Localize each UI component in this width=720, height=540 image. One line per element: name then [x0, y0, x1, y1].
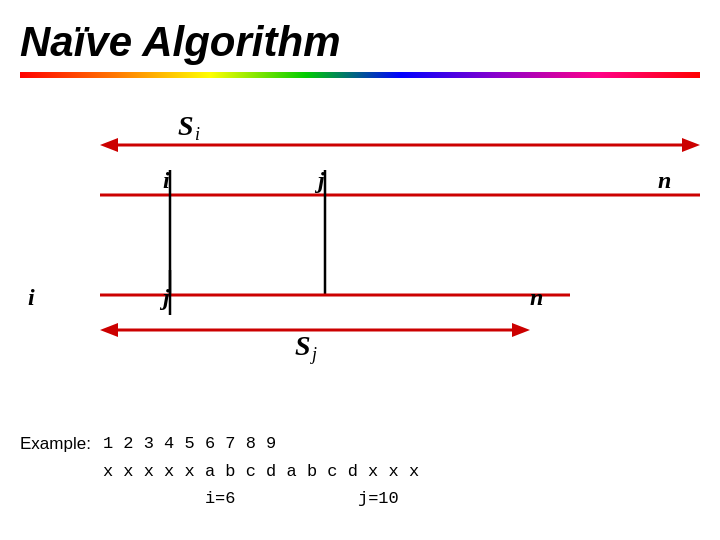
example-line2: x x x x x a b c d a b c d x x x: [103, 458, 419, 485]
n-lower-label: n: [530, 284, 543, 310]
sj-label: S: [295, 330, 311, 361]
example-line3: i=6 j=10: [103, 485, 419, 512]
si-subscript: i: [195, 124, 200, 144]
si-label: S: [178, 110, 194, 141]
svg-marker-8: [100, 323, 118, 337]
svg-marker-9: [512, 323, 530, 337]
title-area: Naïve Algorithm: [0, 0, 720, 78]
example-i: i=6: [205, 489, 236, 508]
page-title: Naïve Algorithm: [20, 18, 700, 66]
j-upper-label: j: [314, 167, 325, 193]
example-label: Example:: [20, 430, 91, 512]
algorithm-diagram: S i i j n i j n S j: [10, 95, 710, 425]
j-lower-label: j: [159, 284, 170, 310]
svg-marker-1: [100, 138, 118, 152]
i-lower-label: i: [28, 284, 35, 310]
example-line1: 1 2 3 4 5 6 7 8 9: [103, 430, 419, 457]
example-area: Example: 1 2 3 4 5 6 7 8 9 x x x x x a b…: [20, 430, 419, 512]
svg-marker-2: [682, 138, 700, 152]
n-upper-label: n: [658, 167, 671, 193]
sj-subscript: j: [310, 344, 317, 364]
example-j: j=10: [358, 489, 399, 508]
rainbow-divider: [20, 72, 700, 78]
